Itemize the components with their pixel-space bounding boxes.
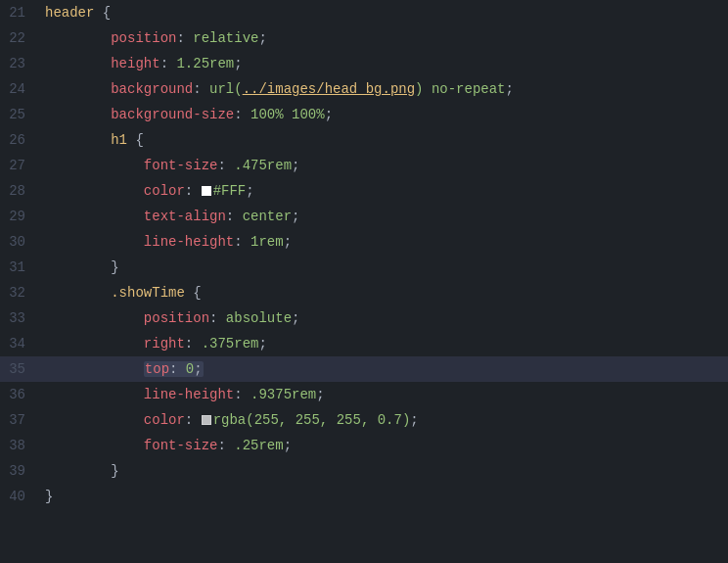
- code-line-31: 31 }: [0, 255, 728, 280]
- code-line-27: 27 font-size: .475rem;: [0, 153, 728, 178]
- code-content-27: font-size: .475rem;: [41, 153, 728, 178]
- line-number-32: 32: [0, 280, 41, 305]
- line-number-26: 26: [0, 127, 41, 153]
- line-number-22: 22: [0, 25, 41, 51]
- code-editor: 21 header { 22 position: relative; 23 he…: [0, 0, 728, 563]
- line-number-35: 35: [0, 356, 41, 382]
- code-line-25: 25 background-size: 100% 100%;: [0, 102, 728, 127]
- color-swatch-fff: [202, 186, 211, 196]
- code-line-34: 34 right: .375rem;: [0, 331, 728, 356]
- code-content-37: color: rgba(255, 255, 255, 0.7);: [41, 407, 728, 433]
- line-number-24: 24: [0, 76, 41, 102]
- code-line-21: 21 header {: [0, 0, 728, 25]
- code-line-26: 26 h1 {: [0, 127, 728, 153]
- code-line-29: 29 text-align: center;: [0, 204, 728, 229]
- code-line-22: 22 position: relative;: [0, 25, 728, 51]
- selected-text: top: 0;: [144, 361, 204, 377]
- code-line-30: 30 line-height: 1rem;: [0, 229, 728, 255]
- code-content-32: .showTime {: [41, 280, 728, 305]
- line-number-37: 37: [0, 407, 41, 433]
- code-line-28: 28 color: #FFF;: [0, 178, 728, 204]
- line-number-29: 29: [0, 204, 41, 229]
- line-number-28: 28: [0, 178, 41, 204]
- code-content-34: right: .375rem;: [41, 331, 728, 356]
- code-content-30: line-height: 1rem;: [41, 229, 728, 255]
- code-line-35: 35 top: 0;: [0, 356, 728, 382]
- code-line-33: 33 position: absolute;: [0, 305, 728, 331]
- line-number-36: 36: [0, 382, 41, 407]
- code-line-36: 36 line-height: .9375rem;: [0, 382, 728, 407]
- line-number-25: 25: [0, 102, 41, 127]
- code-content-31: }: [41, 255, 728, 280]
- line-number-30: 30: [0, 229, 41, 255]
- line-number-23: 23: [0, 51, 41, 76]
- line-number-38: 38: [0, 433, 41, 458]
- code-content-24: background: url(../images/head_bg.png) n…: [41, 76, 728, 102]
- code-content-39: }: [41, 458, 728, 484]
- code-line-40: 40 }: [0, 484, 728, 509]
- line-number-27: 27: [0, 153, 41, 178]
- line-number-31: 31: [0, 255, 41, 280]
- line-number-39: 39: [0, 458, 41, 484]
- code-content-29: text-align: center;: [41, 204, 728, 229]
- code-content-21: header {: [41, 0, 728, 25]
- line-number-33: 33: [0, 305, 41, 331]
- line-number-40: 40: [0, 484, 41, 509]
- code-line-32: 32 .showTime {: [0, 280, 728, 305]
- code-content-35: top: 0;: [41, 356, 728, 382]
- code-content-25: background-size: 100% 100%;: [41, 102, 728, 127]
- code-content-38: font-size: .25rem;: [41, 433, 728, 458]
- code-content-33: position: absolute;: [41, 305, 728, 331]
- line-number-21: 21: [0, 0, 41, 25]
- code-line-38: 38 font-size: .25rem;: [0, 433, 728, 458]
- code-content-23: height: 1.25rem;: [41, 51, 728, 76]
- code-content-28: color: #FFF;: [41, 178, 728, 204]
- code-line-24: 24 background: url(../images/head_bg.png…: [0, 76, 728, 102]
- code-content-36: line-height: .9375rem;: [41, 382, 728, 407]
- code-line-23: 23 height: 1.25rem;: [0, 51, 728, 76]
- code-line-39: 39 }: [0, 458, 728, 484]
- code-content-26: h1 {: [41, 127, 728, 153]
- code-content-40: }: [41, 484, 728, 509]
- code-line-37: 37 color: rgba(255, 255, 255, 0.7);: [0, 407, 728, 433]
- code-content-22: position: relative;: [41, 25, 728, 51]
- line-number-34: 34: [0, 331, 41, 356]
- color-swatch-rgba: [202, 415, 211, 425]
